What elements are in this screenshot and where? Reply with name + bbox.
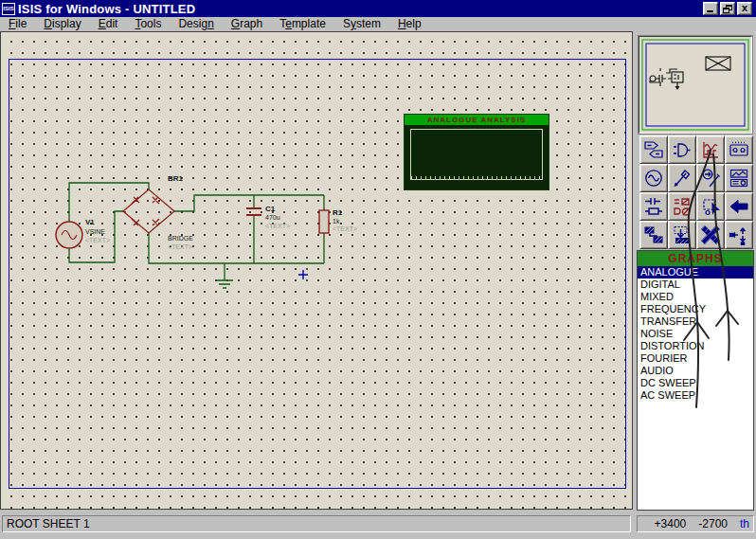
mode-generator-button[interactable] bbox=[639, 164, 668, 192]
br1-text: <TEXT> bbox=[168, 243, 192, 250]
status-coordinates-panel: +3400 -2700 th bbox=[637, 515, 754, 532]
br1-ref[interactable]: BR1 bbox=[168, 174, 183, 183]
v1-value[interactable]: VSINE bbox=[85, 228, 105, 235]
markers-icon bbox=[729, 225, 749, 245]
coord-units: th bbox=[740, 516, 749, 531]
menu-edit[interactable]: Edit bbox=[90, 17, 127, 31]
menu-tools[interactable]: Tools bbox=[126, 17, 170, 31]
schematic-canvas[interactable]: V1 VSINE <TEXT> BR1 BRIDGE <TEXT> C1 470… bbox=[0, 31, 633, 510]
close-icon: x bbox=[738, 2, 751, 13]
overview-drawing bbox=[639, 37, 751, 133]
mode-current-probe-button[interactable] bbox=[696, 164, 725, 192]
restore-button[interactable] bbox=[720, 2, 735, 15]
mode-arrow-left-button[interactable] bbox=[725, 192, 753, 221]
v1-text: <TEXT> bbox=[85, 237, 110, 243]
analysis-graph-title: ANALOGUE ANALYSIS bbox=[405, 115, 549, 125]
close-button[interactable]: x bbox=[737, 2, 752, 15]
generator-icon bbox=[643, 168, 664, 189]
br1-value[interactable]: BRIDGE bbox=[168, 235, 193, 242]
mode-graph-button[interactable] bbox=[696, 135, 725, 164]
mode-subcircuit-button[interactable] bbox=[696, 192, 725, 221]
subcircuit-icon bbox=[700, 196, 721, 217]
graphs-item-mixed[interactable]: MIXED bbox=[638, 291, 753, 303]
component-icon bbox=[643, 196, 664, 217]
graphs-item-analogue[interactable]: ANALOGUE bbox=[638, 266, 753, 278]
coord-x: +3400 bbox=[655, 516, 687, 531]
menu-bar: File Display Edit Tools Design Graph Tem… bbox=[0, 17, 756, 31]
bus-label-icon bbox=[672, 196, 693, 217]
mode-delete-x-button[interactable] bbox=[696, 221, 725, 249]
menu-system[interactable]: System bbox=[334, 17, 389, 31]
app-icon[interactable]: ISIS bbox=[2, 3, 15, 15]
terminals-icon bbox=[643, 139, 664, 160]
graph-plot-area bbox=[410, 129, 543, 180]
minimize-icon bbox=[707, 10, 713, 12]
menu-display[interactable]: Display bbox=[35, 17, 89, 31]
graphs-item-frequency[interactable]: FREQUENCY bbox=[638, 303, 753, 315]
component-c1[interactable] bbox=[246, 208, 261, 215]
graphs-panel-header: GRAPHS bbox=[638, 251, 753, 266]
menu-help[interactable]: Help bbox=[389, 17, 430, 31]
mode-bus-label-button[interactable] bbox=[668, 192, 696, 221]
analysis-graph-box[interactable]: ANALOGUE ANALYSIS bbox=[404, 114, 549, 190]
v1-ref[interactable]: V1 bbox=[85, 218, 95, 226]
c1-text: <TEXT> bbox=[265, 223, 290, 229]
wires[interactable] bbox=[69, 183, 324, 288]
graph-icon bbox=[700, 139, 721, 160]
component-v1[interactable] bbox=[56, 222, 82, 248]
tape-recorder-icon bbox=[729, 139, 749, 160]
delete-x-icon bbox=[700, 225, 721, 245]
mode-symbol-button[interactable] bbox=[639, 221, 668, 249]
graphs-item-audio[interactable]: AUDIO bbox=[638, 365, 753, 377]
overview-pane[interactable] bbox=[639, 36, 752, 134]
minimize-button[interactable] bbox=[703, 2, 718, 15]
origin-marker bbox=[298, 270, 308, 279]
graphs-item-ac-sweep[interactable]: AC SWEEP bbox=[638, 389, 753, 402]
mode-terminals-button[interactable] bbox=[639, 135, 668, 164]
mini-circuit bbox=[650, 68, 683, 89]
mode-gate-button[interactable] bbox=[668, 135, 696, 164]
mini-graph-box bbox=[706, 57, 730, 70]
voltage-probe-icon bbox=[672, 168, 693, 189]
mode-tape-recorder-button[interactable] bbox=[725, 135, 753, 164]
title-bar: ISIS ISIS for Windows - UNTITLED x bbox=[0, 0, 756, 17]
r1-text: <TEXT> bbox=[333, 225, 357, 232]
menu-template[interactable]: Template bbox=[271, 17, 334, 31]
r1-ref[interactable]: R1 bbox=[333, 208, 342, 217]
window-title: ISIS for Windows - UNTITLED bbox=[18, 2, 195, 16]
menu-design[interactable]: Design bbox=[170, 17, 222, 31]
mode-voltage-probe-button[interactable] bbox=[668, 164, 696, 192]
mode-import-block-button[interactable] bbox=[668, 221, 696, 249]
menu-graph[interactable]: Graph bbox=[223, 17, 271, 31]
component-r1[interactable] bbox=[319, 210, 329, 233]
menu-file[interactable]: File bbox=[0, 17, 35, 31]
c1-ref[interactable]: C1 bbox=[265, 205, 275, 213]
current-probe-icon bbox=[700, 168, 721, 189]
component-br1[interactable] bbox=[123, 189, 174, 233]
graphs-object-selector: GRAPHS ANALOGUE DIGITAL MIXED FREQUENCY … bbox=[637, 250, 754, 511]
import-block-icon bbox=[672, 225, 693, 245]
instrument-icon bbox=[729, 168, 749, 189]
graphs-item-distortion[interactable]: DISTORTION bbox=[638, 340, 753, 352]
coord-y: -2700 bbox=[698, 516, 728, 531]
graphs-item-digital[interactable]: DIGITAL bbox=[638, 278, 753, 291]
graphs-item-dc-sweep[interactable]: DC SWEEP bbox=[638, 377, 753, 389]
status-sheet-panel: ROOT SHEET 1 bbox=[2, 515, 631, 532]
mode-markers-button[interactable] bbox=[725, 221, 753, 249]
mode-toolbar bbox=[639, 135, 753, 249]
symbol-icon bbox=[643, 225, 664, 245]
mode-instrument-button[interactable] bbox=[725, 164, 753, 192]
status-sheet-label: ROOT SHEET 1 bbox=[7, 517, 90, 530]
graph-axis-ticks bbox=[411, 176, 542, 179]
graphs-item-transfer[interactable]: TRANSFER bbox=[638, 315, 753, 328]
mode-component-button[interactable] bbox=[639, 192, 668, 221]
graphs-item-noise[interactable]: NOISE bbox=[638, 328, 753, 340]
gate-icon bbox=[672, 139, 693, 160]
r1-value[interactable]: 1k bbox=[333, 218, 339, 225]
circuit-drawing[interactable] bbox=[1, 32, 633, 510]
arrow-left-icon bbox=[729, 196, 749, 217]
graphs-item-fourier[interactable]: FOURIER bbox=[638, 352, 753, 365]
c1-value[interactable]: 470u bbox=[265, 214, 280, 221]
